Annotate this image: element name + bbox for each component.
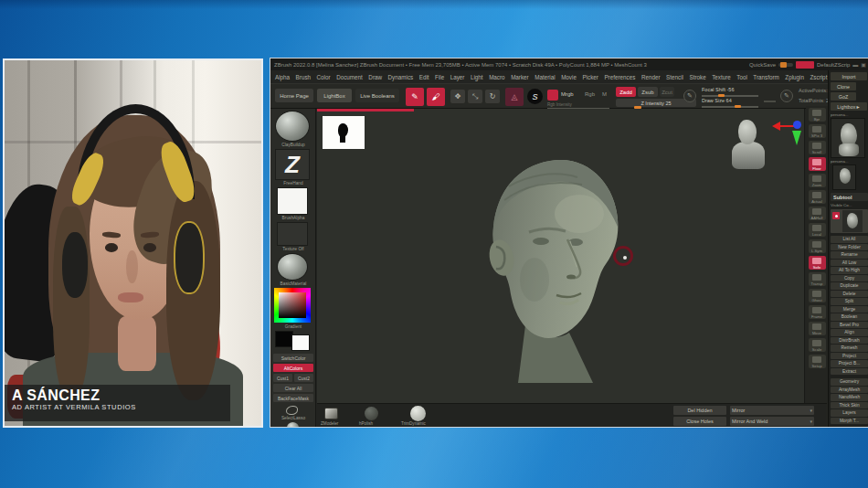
focal-shift-handle[interactable]: [718, 94, 725, 97]
edit-button[interactable]: ✎: [406, 88, 424, 106]
tool-panel-button[interactable]: Project B...: [831, 360, 868, 367]
window-close-icon[interactable]: ▣: [861, 61, 866, 68]
menu-item[interactable]: Marker: [511, 74, 529, 80]
secondary-tool-thumbnail[interactable]: [832, 164, 856, 190]
draw-button[interactable]: 🖌: [427, 88, 445, 106]
axis-gizmo-origin-icon[interactable]: [793, 121, 801, 129]
tool-panel-button[interactable]: Boolean: [831, 313, 868, 321]
switch-color-button[interactable]: SwitchColor: [273, 354, 313, 362]
trimdynamic-brush-icon[interactable]: [410, 406, 426, 421]
menu-item[interactable]: Macro: [489, 74, 505, 80]
menu-item[interactable]: Layer: [450, 74, 465, 80]
texture-thumbnail[interactable]: [277, 222, 308, 246]
live-boolean-button[interactable]: Live Booleans: [355, 89, 399, 102]
tool-panel-button[interactable]: Delete: [831, 291, 868, 298]
tool-panel-button[interactable]: Geometry: [831, 378, 868, 386]
default-zscript-button[interactable]: DefaultZScrip: [817, 62, 850, 68]
m-label[interactable]: M: [602, 91, 607, 97]
tool-panel-button[interactable]: Align: [831, 329, 868, 336]
right-shelf-button[interactable]: Frame: [809, 305, 826, 319]
trim-lasso-icon[interactable]: [287, 422, 299, 428]
draw-size-handle[interactable]: [735, 105, 741, 108]
lightbox-panel-button[interactable]: Lightbox►: [831, 102, 867, 111]
close-holes-button[interactable]: Close Holes: [673, 417, 726, 426]
backface-mask-button[interactable]: BackFaceMask: [273, 394, 313, 402]
mirror-and-weld-button[interactable]: Mirror And Weld ▾: [730, 417, 814, 426]
hpolish-brush-icon[interactable]: [365, 407, 378, 420]
menu-item[interactable]: Texture: [712, 74, 731, 80]
right-shelf-button[interactable]: Floor: [809, 157, 826, 171]
zadd-button[interactable]: Zadd: [616, 87, 636, 97]
right-shelf-button[interactable]: Actual: [809, 190, 826, 204]
right-shelf-button[interactable]: Ghost: [809, 289, 826, 302]
stroke-thumbnail[interactable]: Z: [275, 149, 310, 180]
menu-item[interactable]: Render: [641, 74, 661, 80]
right-shelf-button[interactable]: Move: [809, 322, 826, 335]
mrgb-label[interactable]: Mrgb: [561, 91, 574, 97]
zmodeler-brush-icon[interactable]: [324, 408, 338, 419]
tool-panel-button[interactable]: ArrayMesh: [831, 387, 868, 394]
menu-item[interactable]: File: [435, 74, 444, 80]
right-shelf-button[interactable]: L.Sym: [809, 239, 826, 253]
tool-panel-button[interactable]: DistrBrush: [831, 337, 868, 345]
rgb-label[interactable]: Rgb: [585, 91, 595, 97]
select-lasso-icon[interactable]: [286, 406, 298, 415]
rotate-button[interactable]: ↻: [485, 90, 500, 103]
alt-colors-button[interactable]: AltColors: [273, 364, 313, 372]
record-chip[interactable]: [796, 61, 814, 69]
menu-item[interactable]: Brush: [296, 74, 311, 80]
focal-shift-slider[interactable]: Focal Shift -56: [702, 87, 734, 92]
gradient-label[interactable]: Gradient: [270, 324, 316, 329]
right-shelf-button[interactable]: Local: [809, 223, 826, 237]
right-shelf-button[interactable]: Zoom: [809, 174, 826, 187]
home-page-button[interactable]: Home Page: [275, 89, 313, 102]
zsub-button[interactable]: Zsub: [638, 87, 658, 97]
tool-panel-button[interactable]: Duplicate: [831, 282, 868, 290]
right-shelf-button[interactable]: SPix 3: [809, 124, 826, 138]
cust1-button[interactable]: Cust1: [273, 374, 292, 382]
color-picker[interactable]: [274, 288, 311, 323]
goz-button[interactable]: GoZ: [831, 92, 856, 101]
quicksave-slider[interactable]: [778, 63, 793, 67]
tool-panel-button[interactable]: Split: [831, 298, 868, 305]
draw-size-track[interactable]: [702, 106, 758, 108]
focal-shift-track[interactable]: [702, 95, 758, 97]
sculpted-head-model[interactable]: [454, 150, 651, 383]
menu-item[interactable]: Color: [317, 74, 331, 80]
alpha-thumbnail[interactable]: [277, 187, 308, 215]
menu-item[interactable]: Picker: [582, 74, 598, 80]
right-shelf-button[interactable]: AAHalf: [809, 207, 826, 220]
cust2-button[interactable]: Cust2: [294, 374, 313, 382]
menu-item[interactable]: Material: [535, 74, 555, 80]
main-color-swatch[interactable]: [275, 331, 293, 347]
tool-panel-button[interactable]: Layers: [831, 409, 868, 417]
tool-panel-button[interactable]: Project: [831, 353, 868, 360]
right-shelf-button[interactable]: Solo: [809, 256, 826, 270]
menu-item[interactable]: Draw: [368, 74, 382, 80]
tool-panel-button[interactable]: Merge: [831, 306, 868, 313]
tool-panel-button[interactable]: List All: [831, 236, 868, 243]
menu-item[interactable]: Movie: [561, 74, 577, 80]
menu-item[interactable]: Document: [336, 74, 363, 80]
tool-panel-button[interactable]: Thick Skin: [831, 402, 868, 409]
quicksave-button[interactable]: QuickSave: [749, 62, 776, 68]
tool-panel-button[interactable]: Rename: [831, 251, 868, 259]
right-shelf-button[interactable]: Bpr: [809, 108, 826, 122]
axis-gizmo-y-arrow-icon[interactable]: [792, 131, 801, 145]
window-minimize-icon[interactable]: ▬: [852, 62, 858, 68]
tool-panel-button[interactable]: Extract: [831, 368, 868, 376]
current-tool-thumbnail[interactable]: [831, 118, 865, 158]
tool-panel-button[interactable]: Remesh: [831, 345, 868, 352]
menu-item[interactable]: Stroke: [689, 74, 705, 80]
subtool-visibility-eye-icon[interactable]: [832, 212, 840, 219]
tool-panel-button[interactable]: All To High: [831, 267, 868, 274]
axis-gizmo-x-arrow-icon[interactable]: [772, 122, 780, 131]
right-shelf-button[interactable]: Setup: [809, 355, 826, 368]
right-shelf-button[interactable]: Transp: [809, 272, 826, 286]
tool-panel-button[interactable]: New Folder: [831, 244, 868, 251]
material-thumbnail[interactable]: [277, 253, 308, 281]
menu-item[interactable]: Stencil: [666, 74, 683, 80]
subtool-header[interactable]: Subtool: [831, 193, 868, 201]
sculpt-canvas[interactable]: [317, 109, 805, 403]
menu-item[interactable]: Zplugin: [785, 74, 804, 80]
